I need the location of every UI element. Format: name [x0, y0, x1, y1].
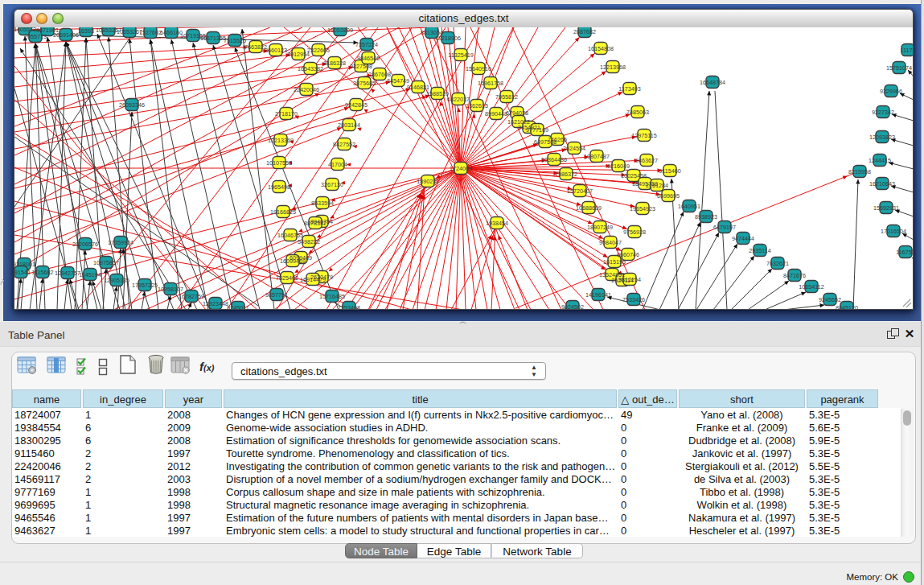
svg-text:9115460: 9115460 [659, 167, 680, 175]
svg-text:16543382: 16543382 [298, 65, 323, 72]
svg-text:7625402: 7625402 [276, 274, 298, 282]
svg-text:2261284: 2261284 [646, 182, 668, 189]
svg-text:9474444: 9474444 [732, 235, 754, 242]
svg-text:9327508: 9327508 [350, 63, 372, 70]
svg-text:10671355: 10671355 [200, 35, 226, 42]
svg-text:20206576: 20206576 [72, 241, 98, 248]
svg-text:7955812: 7955812 [495, 93, 518, 101]
svg-text:16782759: 16782759 [179, 293, 204, 300]
svg-text:16154808: 16154808 [588, 45, 614, 52]
svg-text:9756928: 9756928 [623, 229, 646, 236]
svg-text:9084047: 9084047 [599, 239, 622, 246]
svg-text:6699695: 6699695 [657, 192, 680, 200]
svg-text:7357224: 7357224 [355, 41, 378, 48]
svg-text:17359924: 17359924 [108, 239, 133, 246]
svg-text:16210643: 16210643 [869, 180, 895, 187]
svg-text:2055713: 2055713 [24, 33, 47, 40]
svg-text:8660123: 8660123 [265, 47, 287, 54]
svg-text:1145194: 1145194 [79, 271, 101, 278]
svg-text:9227342: 9227342 [872, 109, 894, 116]
svg-text:16914479: 16914479 [300, 276, 326, 283]
svg-text:7632621: 7632621 [766, 260, 789, 267]
svg-text:19654923: 19654923 [630, 205, 655, 212]
svg-text:15716485: 15716485 [319, 293, 345, 300]
svg-text:12942757: 12942757 [55, 270, 80, 277]
svg-text:8845120: 8845120 [836, 304, 858, 310]
svg-text:16099469: 16099469 [280, 257, 306, 265]
svg-text:2803144: 2803144 [338, 122, 360, 129]
svg-text:20691406: 20691406 [53, 31, 79, 39]
svg-text:6794028: 6794028 [506, 109, 528, 117]
svg-text:15751074: 15751074 [886, 64, 912, 72]
svg-text:8990448: 8990448 [485, 110, 507, 117]
svg-text:15692931: 15692931 [873, 204, 899, 212]
svg-text:9245011: 9245011 [227, 304, 248, 310]
svg-text:8938923: 8938923 [695, 213, 717, 220]
svg-text:19166825: 19166825 [270, 208, 296, 216]
svg-text:15720407: 15720407 [567, 187, 593, 195]
svg-text:8186328: 8186328 [323, 60, 346, 67]
svg-text:12905135: 12905135 [104, 277, 129, 284]
svg-text:1527602: 1527602 [139, 29, 162, 36]
svg-text:7663822: 7663822 [244, 43, 267, 51]
svg-text:6216049: 6216049 [607, 163, 630, 170]
svg-text:7515525: 7515525 [224, 37, 246, 44]
svg-text:17957225: 17957225 [132, 282, 158, 289]
svg-text:12213968: 12213968 [600, 64, 626, 71]
svg-text:22420046: 22420046 [294, 86, 319, 93]
svg-text:10807487: 10807487 [584, 153, 610, 160]
svg-text:26053346: 26053346 [119, 101, 145, 109]
svg-text:9242845: 9242845 [345, 101, 368, 109]
svg-text:10958107: 10958107 [158, 286, 183, 293]
svg-text:8533594: 8533594 [311, 200, 334, 207]
svg-text:9812254: 9812254 [618, 276, 641, 283]
svg-text:1938454: 1938454 [486, 220, 508, 227]
svg-text:9245652: 9245652 [819, 296, 841, 303]
svg-text:11325419: 11325419 [448, 51, 473, 59]
svg-text:12975115: 12975115 [631, 132, 656, 139]
svg-text:391541: 391541 [14, 269, 31, 276]
svg-text:1640951: 1640951 [678, 203, 700, 210]
svg-text:9329966: 9329966 [880, 88, 902, 95]
svg-text:8427552: 8427552 [333, 141, 355, 148]
svg-text:2718170: 2718170 [275, 110, 298, 117]
svg-text:10654112: 10654112 [799, 283, 823, 290]
svg-text:9463627: 9463627 [635, 157, 658, 164]
svg-text:12213369: 12213369 [268, 137, 294, 144]
svg-text:16393: 16393 [78, 27, 94, 35]
svg-text:2935114: 2935114 [749, 247, 770, 254]
svg-text:1362615: 1362615 [466, 102, 488, 109]
svg-text:9846546: 9846546 [357, 55, 380, 62]
svg-text:10975857: 10975857 [93, 259, 119, 266]
svg-text:1588520: 1588520 [426, 90, 449, 97]
svg-text:3875685: 3875685 [353, 80, 376, 87]
svg-text:12093823: 12093823 [869, 134, 895, 141]
svg-text:9857791: 9857791 [265, 291, 288, 299]
svg-text:10025458: 10025458 [621, 172, 647, 179]
svg-text:116753: 116753 [896, 249, 913, 256]
svg-text:1173493: 1173493 [618, 85, 640, 93]
svg-text:1965498: 1965498 [268, 183, 290, 191]
svg-text:3267130: 3267130 [321, 181, 343, 188]
svg-text:1724009: 1724009 [450, 165, 472, 172]
svg-text:8215958: 8215958 [848, 168, 871, 175]
svg-text:7533426: 7533426 [622, 296, 645, 303]
svg-text:16053809: 16053809 [327, 27, 353, 34]
svg-text:3624554: 3624554 [563, 145, 585, 152]
svg-text:6466160: 6466160 [160, 29, 183, 36]
svg-text:20364436: 20364436 [541, 156, 567, 163]
svg-text:8912954: 8912954 [287, 51, 310, 58]
svg-text:2887682: 2887682 [573, 28, 596, 35]
svg-text:14196141: 14196141 [585, 291, 611, 299]
svg-text:18907249: 18907249 [587, 224, 613, 231]
svg-text:16961758: 16961758 [478, 80, 503, 87]
svg-text:417004: 417004 [328, 161, 347, 168]
svg-text:16648784: 16648784 [700, 79, 725, 86]
svg-text:9318001: 9318001 [14, 261, 35, 268]
svg-text:8471676: 8471676 [783, 272, 806, 279]
svg-text:1615195: 1615195 [603, 258, 626, 266]
svg-text:8878342: 8878342 [304, 220, 326, 227]
svg-text:10688609: 10688609 [576, 204, 602, 212]
svg-text:1115682: 1115682 [32, 269, 54, 276]
svg-text:7485063: 7485063 [626, 109, 649, 116]
